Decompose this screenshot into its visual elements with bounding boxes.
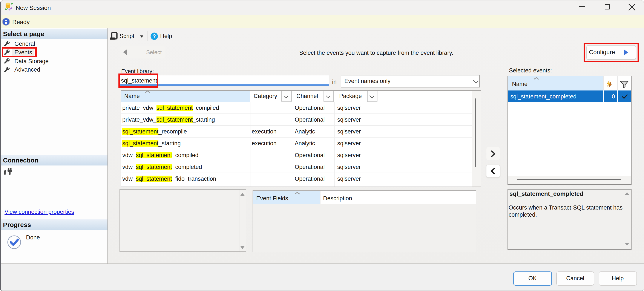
svg-text:?: ? xyxy=(152,33,156,39)
